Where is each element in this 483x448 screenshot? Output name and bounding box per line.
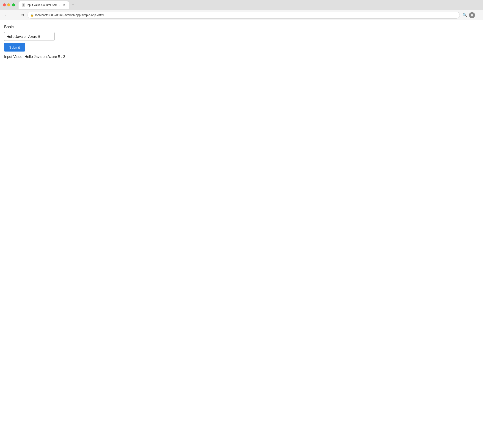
reload-button[interactable]: ↻	[19, 12, 26, 18]
text-input[interactable]	[4, 32, 55, 41]
new-tab-button[interactable]: +	[70, 2, 76, 8]
tab-bar: 🖼 Input Value Counter Sample ✕ +	[19, 1, 480, 9]
nav-actions: 🔍 ⋮	[462, 12, 480, 18]
section-heading: Basic	[4, 25, 479, 29]
address-text: localhost:8080/azure-javaweb-app/simple-…	[35, 13, 457, 17]
nav-bar: ← → ↻ 🔒 localhost:8080/azure-javaweb-app…	[0, 10, 483, 20]
svg-point-0	[471, 14, 473, 15]
browser-menu-icon[interactable]: ⋮	[476, 13, 480, 18]
tab-title: Input Value Counter Sample	[27, 3, 60, 7]
title-bar: 🖼 Input Value Counter Sample ✕ +	[0, 0, 483, 10]
submit-button[interactable]: Submit	[4, 43, 25, 52]
minimize-button[interactable]	[7, 3, 10, 6]
profile-icon[interactable]	[469, 12, 475, 18]
search-icon[interactable]: 🔍	[462, 12, 468, 18]
result-text: Input Value: Hello Java on Azure !! : 2	[4, 55, 479, 59]
traffic-lights	[3, 3, 15, 6]
back-button[interactable]: ←	[3, 12, 9, 18]
browser-window: 🖼 Input Value Counter Sample ✕ + ← → ↻ 🔒…	[0, 0, 483, 448]
maximize-button[interactable]	[12, 3, 15, 6]
forward-button[interactable]: →	[11, 12, 17, 18]
active-tab[interactable]: 🖼 Input Value Counter Sample ✕	[19, 1, 69, 9]
address-bar[interactable]: 🔒 localhost:8080/azure-javaweb-app/simpl…	[27, 12, 460, 19]
page-content: Basic Submit Input Value: Hello Java on …	[0, 20, 483, 448]
lock-icon: 🔒	[31, 14, 34, 17]
tab-favicon-icon: 🖼	[22, 3, 25, 7]
close-button[interactable]	[3, 3, 6, 6]
tab-close-icon[interactable]: ✕	[62, 3, 66, 7]
